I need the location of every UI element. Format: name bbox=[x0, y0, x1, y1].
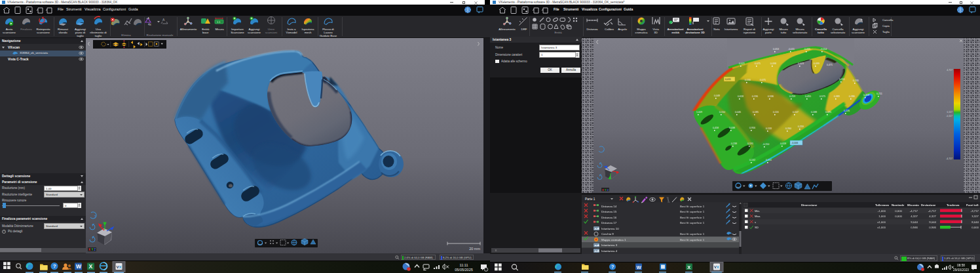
svg-text:VX: VX bbox=[714, 265, 719, 269]
svg-text:±1,000: ±1,000 bbox=[877, 220, 886, 224]
svg-text:Max.: Max. bbox=[755, 215, 761, 218]
svg-text:Parte 1: Parte 1 bbox=[585, 198, 595, 201]
svg-text:0,000: 0,000 bbox=[895, 209, 902, 213]
svg-text:ispezione: ispezione bbox=[744, 31, 756, 34]
svg-text:Vxmodel: Vxmodel bbox=[286, 31, 297, 34]
svg-text:?: ? bbox=[53, 263, 56, 269]
svg-text:-0,014: -0,014 bbox=[820, 48, 827, 51]
svg-text:1,000: 1,000 bbox=[878, 215, 886, 218]
svg-text:parte: parte bbox=[765, 31, 772, 34]
svg-text:0,098: 0,098 bbox=[770, 62, 776, 65]
svg-text:0,099: 0,099 bbox=[814, 62, 820, 65]
svg-text:Istantanea: Istantanea bbox=[725, 28, 738, 31]
svg-text:0,188: 0,188 bbox=[811, 111, 817, 114]
svg-text:0,075: 0,075 bbox=[760, 79, 766, 81]
svg-text:Distanza 15: Distanza 15 bbox=[601, 210, 617, 213]
svg-text:-0,006: -0,006 bbox=[791, 142, 798, 144]
svg-text:Entità: Entità bbox=[554, 31, 562, 34]
svg-text:Deviazione: Deviazione bbox=[921, 203, 936, 207]
svg-text:0,259: 0,259 bbox=[789, 95, 795, 98]
svg-text:0,318: 0,318 bbox=[863, 94, 869, 96]
svg-text:Misurato: Misurato bbox=[907, 203, 919, 207]
svg-text:Nota: Nota bbox=[713, 28, 720, 31]
svg-text:0,946: 0,946 bbox=[911, 226, 918, 229]
svg-text:0,133: 0,133 bbox=[766, 127, 772, 130]
svg-text:29/03/2023: 29/03/2023 bbox=[953, 268, 969, 272]
svg-text:0,530: 0,530 bbox=[745, 79, 751, 81]
svg-text:4,327: 4,327 bbox=[929, 215, 936, 218]
svg-text:W: W bbox=[637, 264, 642, 270]
svg-text:Scansione: Scansione bbox=[231, 31, 244, 34]
svg-text:0,471: 0,471 bbox=[827, 64, 833, 66]
svg-text:Fuori toll.: Fuori toll. bbox=[966, 203, 979, 207]
svg-text:0,191: 0,191 bbox=[747, 142, 753, 145]
svg-text:3,327: 3,327 bbox=[971, 215, 979, 218]
svg-text:11:11: 11:11 bbox=[460, 263, 468, 267]
svg-text:Z: Z bbox=[94, 248, 96, 251]
svg-text:Istantanea 3: Istantanea 3 bbox=[601, 243, 618, 247]
svg-text:0,055: 0,055 bbox=[804, 48, 810, 51]
svg-text:Istantanea 10: Istantanea 10 bbox=[601, 227, 619, 230]
svg-text:-0,150: -0,150 bbox=[763, 143, 769, 146]
svg-text:Tolleranza: Tolleranza bbox=[875, 203, 890, 207]
svg-text:Elimina: Elimina bbox=[121, 33, 131, 37]
svg-text:Risoluzione manuale: Risoluzione manuale bbox=[147, 33, 174, 37]
svg-text:1,009: 1,009 bbox=[696, 111, 702, 114]
svg-text:0,021: 0,021 bbox=[739, 62, 745, 65]
svg-text:Cancella: Cancella bbox=[882, 18, 894, 22]
svg-text:mesh: mesh bbox=[305, 31, 312, 34]
svg-text:0,195: 0,195 bbox=[825, 111, 831, 114]
svg-text:A: A bbox=[162, 18, 165, 22]
svg-text:Allineamento: Allineamento bbox=[499, 28, 516, 31]
svg-text:4,717: 4,717 bbox=[947, 69, 952, 72]
svg-text:0,053: 0,053 bbox=[773, 48, 779, 51]
svg-text:Istantanea 4: Istantanea 4 bbox=[601, 249, 618, 253]
svg-text:0,151: 0,151 bbox=[839, 78, 845, 81]
svg-text:-4,717: -4,717 bbox=[946, 158, 952, 160]
svg-text:0,260: 0,260 bbox=[785, 127, 791, 130]
svg-text:0,238: 0,238 bbox=[731, 142, 737, 145]
svg-text:-3,717: -3,717 bbox=[971, 209, 979, 213]
svg-text:20 mm: 20 mm bbox=[469, 247, 480, 251]
svg-text:0,132: 0,132 bbox=[749, 159, 755, 161]
svg-text:cromatica: cromatica bbox=[635, 31, 648, 34]
svg-text:Angolo: Angolo bbox=[618, 28, 627, 31]
svg-text:Best fit superficie 1: Best fit superficie 1 bbox=[680, 238, 705, 242]
svg-text:0,038: 0,038 bbox=[729, 127, 735, 129]
svg-text:Copia: Copia bbox=[882, 24, 890, 28]
svg-text:DRF: DRF bbox=[521, 28, 527, 31]
svg-text:scansioni: scansioni bbox=[265, 31, 277, 34]
svg-text:0,618: 0,618 bbox=[738, 95, 744, 98]
svg-text:4,327: 4,327 bbox=[911, 215, 918, 218]
svg-text:Calibro: Calibro bbox=[605, 28, 614, 31]
svg-text:tutto: tutto bbox=[818, 31, 824, 34]
svg-text:scansione: scansione bbox=[37, 31, 50, 34]
svg-text:0,116: 0,116 bbox=[773, 111, 779, 114]
svg-text:0,235: 0,235 bbox=[853, 79, 859, 82]
svg-text:Y: Y bbox=[92, 248, 94, 251]
svg-text:05/05/2025: 05/05/2025 bbox=[455, 268, 473, 272]
svg-text:0,458: 0,458 bbox=[713, 127, 719, 129]
svg-text:0,455: 0,455 bbox=[805, 95, 811, 98]
svg-text:0,536: 0,536 bbox=[768, 95, 774, 98]
svg-text:Best fit superficie 1: Best fit superficie 1 bbox=[680, 232, 705, 236]
svg-text:-0,011: -0,011 bbox=[788, 48, 795, 51]
svg-text:3D: 3D bbox=[654, 31, 658, 34]
svg-text:X: X bbox=[88, 248, 90, 251]
svg-text:0,000: 0,000 bbox=[971, 226, 979, 229]
svg-text:Y: Y bbox=[605, 188, 607, 192]
svg-text:0,048: 0,048 bbox=[714, 94, 720, 97]
svg-text:0,075: 0,075 bbox=[755, 62, 761, 65]
svg-text:taglio: taglio bbox=[95, 34, 102, 37]
svg-text:0,117: 0,117 bbox=[947, 111, 953, 114]
svg-text:-1,000: -1,000 bbox=[878, 209, 886, 213]
svg-text:Guidato Base: Guidato Base bbox=[320, 34, 337, 37]
svg-text:0,046: 0,046 bbox=[735, 111, 741, 114]
svg-text:Best fit superficie 1: Best fit superficie 1 bbox=[680, 221, 705, 224]
svg-text:Nominale: Nominale bbox=[892, 203, 905, 207]
svg-text:0,389: 0,389 bbox=[834, 95, 840, 98]
svg-text:Best fit superficie 1: Best fit superficie 1 bbox=[680, 210, 705, 213]
svg-text:selezionato: selezionato bbox=[831, 31, 846, 34]
svg-text:0,286: 0,286 bbox=[849, 95, 855, 98]
svg-text:0,259: 0,259 bbox=[798, 125, 804, 128]
